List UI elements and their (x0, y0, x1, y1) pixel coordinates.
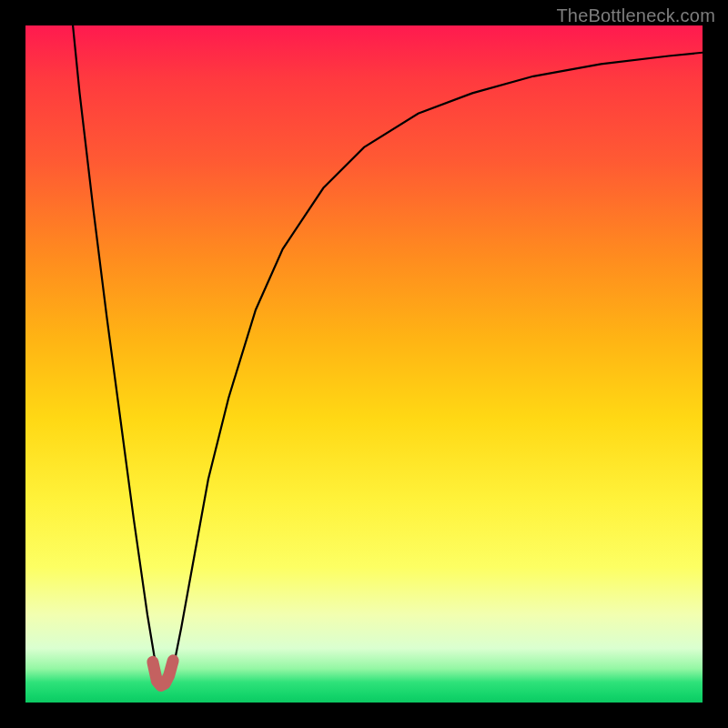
curve-layer (25, 25, 703, 703)
plot-area (25, 25, 703, 703)
chart-frame: TheBottleneck.com (0, 0, 728, 728)
watermark-text: TheBottleneck.com (556, 5, 715, 26)
bottleneck-curve (73, 25, 703, 682)
